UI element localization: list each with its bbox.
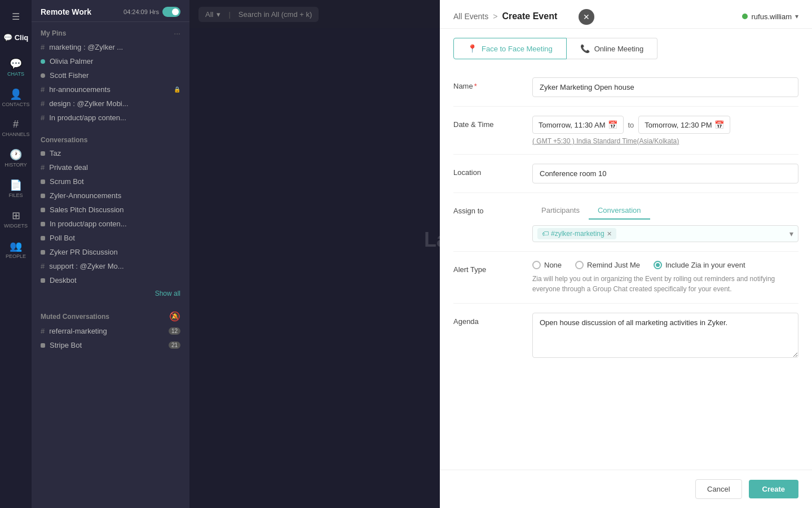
tag-input-chevron-icon[interactable]: ▾ [789, 229, 793, 238]
conv-name: support : @Zyker Mo... [49, 262, 180, 270]
muted-conversations-header[interactable]: Muted Conversations 🔕 [32, 309, 189, 324]
conv-scrum-bot[interactable]: Scrum Bot [32, 174, 189, 189]
bot-icon [41, 179, 45, 184]
modal-overlay: All Events > Create Event rufus.william … [189, 0, 812, 508]
workspace-header: Remote Work 04:24:09 Hrs [32, 0, 189, 22]
name-row: Name* [453, 68, 798, 107]
conv-name: In product/app conten... [50, 220, 180, 228]
bot-icon [41, 222, 45, 226]
conversations-header[interactable]: Conversations [32, 134, 189, 146]
tab-face-to-face[interactable]: 📍 Face to Face Meeting [453, 38, 567, 59]
sidebar-item-history[interactable]: 🕐 HISTORY [2, 144, 29, 172]
app-icon: 💬 [3, 33, 12, 42]
tab-participants[interactable]: Participants [532, 202, 589, 220]
assign-to-row: Assign to Participants Conversation [453, 193, 798, 252]
conv-name: Zyler-Announcements [50, 191, 180, 200]
agenda-field: Open house discussion of all marketing a… [532, 313, 798, 360]
create-button[interactable]: Create [749, 480, 798, 498]
none-radio[interactable] [532, 261, 541, 269]
to-separator: to [628, 121, 634, 129]
pin-olivia[interactable]: Olivia Palmer [32, 54, 189, 68]
datetime-to-picker[interactable]: Tomorrow, 12:30 PM 📅 [638, 116, 730, 134]
alert-none-option[interactable]: None [532, 261, 562, 269]
hash-icon: # [41, 262, 45, 270]
pin-name: marketing : @Zylker ... [49, 43, 180, 51]
muted-stripe-bot[interactable]: Stripe Bot 21 [32, 338, 189, 352]
datetime-from-picker[interactable]: Tomorrow, 11:30 AM 📅 [532, 116, 624, 134]
conv-name: Private deal [49, 163, 180, 172]
hamburger-icon[interactable]: ☰ [7, 7, 24, 27]
tab-online-label: Online Meeting [594, 45, 643, 53]
muted-referral[interactable]: # referral-marketing 12 [32, 324, 189, 338]
alert-remind-option[interactable]: Remind Just Me [575, 261, 640, 269]
close-button[interactable]: ✕ [579, 9, 594, 25]
pin-scott[interactable]: Scott Fisher [32, 68, 189, 82]
pin-name: In product/app conten... [49, 113, 180, 122]
location-field [532, 164, 798, 183]
conv-product[interactable]: In product/app conten... [32, 217, 189, 231]
cancel-button[interactable]: Cancel [695, 479, 742, 499]
breadcrumb: All Events > Create Event [453, 11, 557, 21]
show-all-link[interactable]: Show all [32, 287, 189, 300]
left-panel: Remote Work 04:24:09 Hrs My Pins ··· # m… [32, 0, 189, 508]
sidebar-item-people[interactable]: 👥 PEOPLE [2, 235, 29, 264]
availability-toggle[interactable] [162, 7, 180, 17]
datetime-row: Date & Time Tomorrow, 11:30 AM 📅 to Tomo… [453, 107, 798, 155]
location-input[interactable] [532, 164, 798, 183]
alert-zia-option[interactable]: Include Zia in your event [654, 261, 745, 269]
modal-footer: Cancel Create [440, 470, 812, 508]
breadcrumb-all-events[interactable]: All Events [453, 12, 488, 21]
conversation-tag-input[interactable]: 🏷 #zylker-marketing ✕ ▾ [532, 225, 798, 242]
conv-taz[interactable]: Taz [32, 146, 189, 160]
hash-icon: # [41, 163, 45, 172]
location-row: Location [453, 155, 798, 193]
pin-marketing[interactable]: # marketing : @Zylker ... [32, 40, 189, 54]
pin-product[interactable]: # In product/app conten... [32, 111, 189, 125]
pin-design[interactable]: # design : @Zylker Mobi... [32, 97, 189, 111]
conv-deskbot[interactable]: Deskbot [32, 273, 189, 287]
tab-conversation[interactable]: Conversation [589, 202, 650, 220]
conv-sales[interactable]: Sales Pitch Discussion [32, 203, 189, 217]
remove-tag-button[interactable]: ✕ [607, 230, 612, 238]
bot-icon [41, 343, 45, 348]
zia-label: Include Zia in your event [665, 261, 745, 269]
agenda-textarea[interactable]: Open house discussion of all marketing a… [532, 313, 798, 358]
bot-icon [41, 194, 45, 198]
datetime-inputs: Tomorrow, 11:30 AM 📅 to Tomorrow, 12:30 … [532, 116, 798, 134]
timer-display: 04:24:09 Hrs [123, 8, 159, 15]
my-pins-header[interactable]: My Pins ··· [32, 27, 189, 40]
assign-tabs: Participants Conversation [532, 202, 798, 220]
alert-type-label: Alert Type [453, 261, 521, 274]
pin-hr[interactable]: # hr-announcements 🔒 [32, 82, 189, 97]
hash-icon: # [41, 99, 45, 108]
conv-private-deal[interactable]: # Private deal [32, 160, 189, 174]
timer-area: 04:24:09 Hrs [123, 7, 180, 17]
sidebar-item-files[interactable]: 📄 FILES [2, 174, 29, 203]
zia-radio[interactable] [654, 261, 662, 269]
event-name-input[interactable] [532, 77, 798, 97]
chats-icon: 💬 [10, 58, 22, 70]
unread-badge: 21 [169, 341, 180, 349]
conv-zyler[interactable]: Zyler-Announcements [32, 189, 189, 203]
widgets-label: WIDGETS [4, 223, 28, 229]
remind-radio[interactable] [575, 261, 584, 269]
timezone-link[interactable]: ( GMT +5:30 ) India Standard Time(Asia/K… [532, 137, 798, 145]
sidebar-item-contacts[interactable]: 👤 CONTACTS [2, 84, 29, 112]
channels-label: CHANNELS [2, 132, 30, 137]
conv-support[interactable]: # support : @Zyker Mo... [32, 259, 189, 273]
user-selector[interactable]: rufus.william ▾ [742, 12, 798, 21]
user-name: rufus.william [751, 12, 792, 21]
conv-zyker-pr[interactable]: Zyker PR Discussion [32, 245, 189, 259]
hash-icon: # [41, 327, 45, 335]
meeting-type-tabs: 📍 Face to Face Meeting 📞 Online Meeting [440, 29, 812, 68]
sidebar-item-widgets[interactable]: ⊞ WIDGETS [2, 205, 29, 233]
agenda-row: Agenda Open house discussion of all mark… [453, 304, 798, 369]
conv-poll-bot[interactable]: Poll Bot [32, 231, 189, 245]
my-pins-options-icon[interactable]: ··· [174, 29, 180, 38]
sidebar-item-chats[interactable]: 💬 CHATS [2, 53, 29, 81]
tab-online-meeting[interactable]: 📞 Online Meeting [567, 38, 657, 59]
conv-name: Sales Pitch Discussion [50, 205, 180, 214]
alert-type-field: None Remind Just Me Include Zia in your … [532, 261, 798, 294]
sidebar-item-channels[interactable]: # CHANNELS [2, 114, 29, 142]
pin-name: Olivia Palmer [50, 57, 180, 65]
